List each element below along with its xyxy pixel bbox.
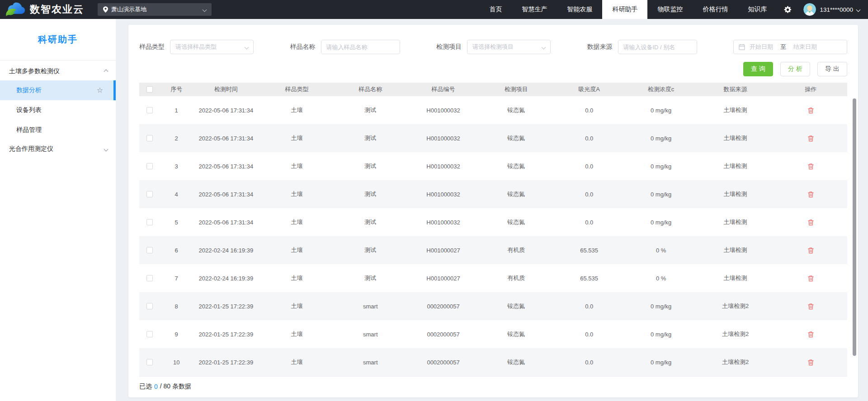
selected-count: 0 <box>154 383 158 390</box>
cell-index: 9 <box>160 331 192 338</box>
cell-absorbance: 0.0 <box>553 163 626 170</box>
cloud-leaf-logo-icon <box>5 1 25 18</box>
trash-icon[interactable] <box>807 247 815 254</box>
trash-icon[interactable] <box>807 275 815 282</box>
sample-name-input[interactable] <box>321 40 400 54</box>
sidebar-item[interactable]: 数据分析 ☆ <box>0 80 116 100</box>
table-row: 9 2022-01-25 17:22:39 土壤 smart 000200005… <box>139 320 847 348</box>
trash-icon[interactable] <box>807 135 815 142</box>
checkbox-cell <box>139 359 160 365</box>
sidebar-item-label: 样品管理 <box>16 126 42 134</box>
cell-data-source: 土壤检测2 <box>696 330 774 338</box>
cell-index: 7 <box>160 275 192 282</box>
cell-data-source: 土壤检测 <box>696 134 774 142</box>
sidebar-item[interactable]: 设备列表 <box>0 100 116 120</box>
sidebar-item-label: 数据分析 <box>16 86 42 94</box>
cell-index: 3 <box>160 163 192 170</box>
sidebar-item[interactable]: 土壤多参数检测仪 <box>0 62 116 80</box>
sample-name-field <box>321 40 400 54</box>
nav-item[interactable]: 知识库 <box>738 0 777 19</box>
cell-sample-type: 土壤 <box>259 134 334 142</box>
trash-icon[interactable] <box>807 331 815 338</box>
sidebar-item[interactable]: 光合作用测定仪 <box>0 140 116 158</box>
nav-item[interactable]: 物联监控 <box>647 0 693 19</box>
table-body: 1 2022-05-06 17:31:34 土壤 测试 H001000032 铵… <box>139 96 847 376</box>
cell-test-item: 铵态氮 <box>480 218 552 226</box>
table-scrollbar[interactable] <box>853 98 856 356</box>
trash-icon[interactable] <box>807 359 815 366</box>
query-button[interactable]: 查 询 <box>743 62 773 76</box>
trash-icon[interactable] <box>807 191 815 198</box>
action-cell <box>774 191 847 198</box>
chevron-down-icon <box>542 45 546 49</box>
row-checkbox[interactable] <box>146 359 153 365</box>
nav-item[interactable]: 科研助手 <box>602 0 647 19</box>
date-range-picker[interactable]: 开始日期 至 结束日期 <box>733 40 847 54</box>
top-nav: 首页 智慧生产 智能农服 科研助手 物联监控 价格行情 知识库 <box>479 0 868 19</box>
content-card: 样品类型 请选择样品类型 样品名称 检测项目 请选择检测项目 <box>128 25 858 397</box>
trash-icon[interactable] <box>807 219 815 226</box>
nav-item[interactable]: 智能农服 <box>557 0 602 19</box>
table-row: 8 2022-01-25 17:22:39 土壤 smart 000200005… <box>139 292 847 320</box>
analyze-button[interactable]: 分 析 <box>780 62 810 76</box>
cell-sample-type: 土壤 <box>259 330 334 338</box>
cell-test-item: 铵态氮 <box>480 134 552 142</box>
checkbox-cell <box>139 163 160 169</box>
row-checkbox[interactable] <box>146 191 153 197</box>
row-checkbox[interactable] <box>146 247 153 253</box>
cell-index: 8 <box>160 303 192 310</box>
cell-index: 2 <box>160 135 192 142</box>
row-checkbox[interactable] <box>146 331 153 337</box>
action-cell <box>774 107 847 114</box>
sidebar-item[interactable]: 样品管理 <box>0 120 116 140</box>
nav-item[interactable]: 智慧生产 <box>512 0 557 19</box>
row-checkbox[interactable] <box>146 107 153 113</box>
star-icon[interactable]: ☆ <box>97 87 103 94</box>
trash-icon[interactable] <box>807 303 815 310</box>
data-source-input[interactable] <box>618 40 697 54</box>
nav-item[interactable]: 首页 <box>479 0 512 19</box>
cell-test-time: 2022-05-06 17:31:34 <box>192 163 259 170</box>
row-checkbox[interactable] <box>146 303 153 309</box>
cell-sample-no: H001000032 <box>407 219 480 226</box>
main-content: 样品类型 请选择样品类型 样品名称 检测项目 请选择检测项目 <box>116 19 868 401</box>
cell-concentration: 0 mg/kg <box>626 359 697 366</box>
filter-test-item: 检测项目 请选择检测项目 <box>436 40 551 54</box>
topbar: 数智农业云 萧山演示基地 首页 智慧生产 智能农服 科研助手 物联监控 价格行情… <box>0 0 868 19</box>
trash-icon[interactable] <box>807 163 815 170</box>
sample-type-select[interactable]: 请选择样品类型 <box>170 40 254 54</box>
select-all-checkbox[interactable] <box>146 86 153 93</box>
row-checkbox[interactable] <box>146 275 153 281</box>
trash-icon[interactable] <box>807 107 815 114</box>
cell-test-item: 铵态氮 <box>480 330 552 338</box>
action-cell <box>774 359 847 366</box>
cell-data-source: 土壤检测 <box>696 106 774 114</box>
row-checkbox[interactable] <box>146 135 153 141</box>
test-item-select[interactable]: 请选择检测项目 <box>467 40 551 54</box>
column-header: 数据来源 <box>696 85 774 93</box>
row-checkbox[interactable] <box>146 219 153 225</box>
cell-data-source: 土壤检测 <box>696 246 774 254</box>
selection-suffix: / 80 条数据 <box>160 382 191 391</box>
cell-sample-type: 土壤 <box>259 162 334 170</box>
column-header: 序号 <box>160 85 192 93</box>
column-header: 检测项目 <box>480 85 552 93</box>
base-selector[interactable]: 萧山演示基地 <box>98 3 212 16</box>
cell-sample-no: 0002000057 <box>407 359 480 366</box>
nav-item[interactable]: 价格行情 <box>693 0 738 19</box>
export-button[interactable]: 导 出 <box>817 62 847 76</box>
cell-sample-no: H001000027 <box>407 247 480 254</box>
cell-test-item: 铵态氮 <box>480 106 552 114</box>
cell-sample-type: 土壤 <box>259 246 334 254</box>
cell-absorbance: 0.0 <box>553 303 626 310</box>
table-row: 3 2022-05-06 17:31:34 土壤 测试 H001000032 铵… <box>139 152 847 180</box>
cell-concentration: 0 mg/kg <box>626 191 697 198</box>
cell-test-time: 2022-01-25 17:22:39 <box>192 303 259 310</box>
gear-icon[interactable] <box>777 5 799 14</box>
row-checkbox[interactable] <box>146 163 153 169</box>
user-menu[interactable]: 131****0000 <box>799 3 868 16</box>
cell-sample-no: H001000027 <box>407 275 480 282</box>
cell-sample-no: H001000032 <box>407 107 480 114</box>
location-pin-icon <box>103 6 108 13</box>
select-all-cell <box>139 86 160 93</box>
